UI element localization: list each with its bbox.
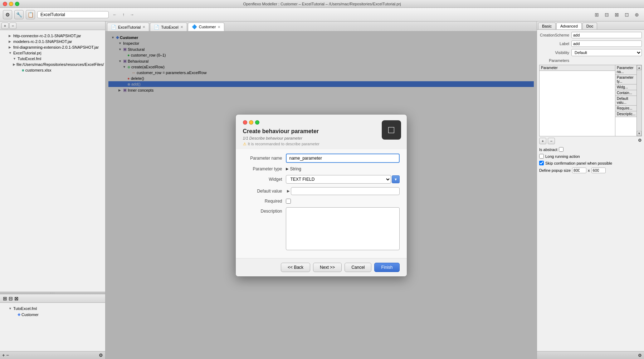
tree-item-http-connector[interactable]: ▶ http-connector-rc-2.0.1-SNAPSHOT.jar [3, 33, 102, 39]
toolbar-right-icons: ⊞ ⊟ ⊠ ⊡ ⊕ [592, 10, 641, 19]
tab-basic[interactable]: Basic [538, 23, 556, 29]
bottom-panel-icons: ⊞ ⊟ ⊠ [1, 294, 20, 303]
description-textarea[interactable] [286, 207, 400, 250]
tab-exceltutorial[interactable]: 📄 ExcelTutorial ✕ [107, 23, 149, 31]
add-param-button[interactable]: + [539, 138, 546, 144]
modal-close-button[interactable] [243, 120, 247, 125]
remove-button[interactable]: − [6, 353, 9, 358]
parameter-type-value: ▶ String [286, 166, 400, 171]
scroll-down-button[interactable]: ▼ [637, 131, 641, 136]
add-button[interactable]: + [2, 353, 5, 358]
app-icon-3[interactable]: 📋 [26, 10, 35, 19]
remove-param-button[interactable]: − [548, 138, 555, 144]
cancel-button[interactable]: Cancel [345, 263, 371, 272]
nav-back-button[interactable]: ← [111, 11, 119, 19]
toolbar-icon-2[interactable]: ⊟ [602, 10, 611, 19]
skip-confirmation-checkbox[interactable] [539, 161, 544, 165]
modal-traffic-lights[interactable] [243, 120, 400, 125]
toolbar-icon-5[interactable]: ⊕ [633, 10, 641, 19]
expand-arrow: ▼ [9, 51, 12, 55]
nav-buttons[interactable]: ← ↑ → [111, 11, 136, 19]
popup-width-input[interactable] [572, 168, 586, 173]
left-panel-toolbar: + − [0, 21, 105, 30]
skip-confirmation-label: Skip confirmation panel when possible [545, 161, 612, 165]
add-item-button[interactable]: + [1, 23, 9, 29]
app-body: + − ▶ http-connector-rc-2.0.1-SNAPSHOT.j… [0, 21, 644, 359]
close-button[interactable] [3, 2, 7, 6]
maximize-button[interactable] [15, 2, 19, 6]
tree-item-exceltutorial-prj[interactable]: ▼ ExcelTutorial.prj [3, 50, 102, 56]
tab-close-customer[interactable]: ✕ [218, 25, 220, 29]
path-display[interactable]: ExcelTutorial [37, 11, 109, 18]
expand-arrow: ▶ [9, 34, 12, 38]
col-param-name: Parameter na... [615, 65, 636, 75]
required-row: Required [243, 199, 400, 204]
nav-up-button[interactable]: ↑ [119, 11, 127, 19]
bottom-tree-customer[interactable]: ◆ Customer [3, 311, 102, 317]
tab-close-exceltutorial[interactable]: ✕ [142, 25, 145, 29]
app-icon-2[interactable]: 🔧 [14, 10, 24, 19]
modal-overlay: Create behaviour parameter 1/1 Describe … [106, 31, 537, 359]
type-value: String [290, 166, 301, 171]
settings-button[interactable]: ⚙ [99, 353, 103, 358]
scroll-up-button[interactable]: ▲ [637, 65, 641, 70]
title-bar: Openflexo Modeller : Customer – ExcelTut… [0, 0, 644, 8]
app-icon-1[interactable]: ⚙ [3, 10, 12, 19]
is-abstract-checkbox[interactable] [559, 147, 564, 152]
toolbar-icon-4[interactable]: ⊡ [623, 10, 631, 19]
window-controls[interactable] [3, 2, 19, 6]
col-description: Descriptic... [615, 111, 636, 117]
visibility-row: Visibility Default [539, 49, 642, 56]
label-row: Label add [539, 40, 642, 47]
type-arrow[interactable]: ▶ [286, 167, 289, 171]
toolbar-icon-3[interactable]: ⊠ [613, 10, 621, 19]
modal-minimize-button[interactable] [249, 120, 253, 125]
tree-item-customers-xlsx[interactable]: ■ customers.xlsx [3, 67, 102, 73]
tree-item-modelers[interactable]: ▶ modelers-rc-2.0.1-SNAPSHOT.jar [3, 39, 102, 44]
next-button[interactable]: Next >> [313, 263, 342, 272]
warning-icon: ⚠ [243, 142, 247, 146]
play-button[interactable]: ▶ [286, 189, 291, 194]
tree-item-tutoexcel-fml[interactable]: ▼ TutoExcel.fml [3, 56, 102, 62]
tab-close-tutoexcel[interactable]: ✕ [180, 25, 183, 29]
tab-doc[interactable]: Doc [582, 23, 597, 29]
right-panel: Basic Advanced Doc CreationScheme add La… [537, 21, 644, 359]
params-scrollbar: ▲ ▼ [636, 65, 641, 136]
tab-advanced[interactable]: Advanced [556, 23, 582, 29]
minimize-button[interactable] [9, 2, 13, 6]
modal-maximize-button[interactable] [255, 120, 259, 125]
grid-icon-2[interactable]: ⊟ [9, 296, 13, 301]
back-button[interactable]: << Back [281, 263, 310, 272]
tree-item-fml[interactable]: ▶ fml-diagramming-extension-2.0.1-SNAPSH… [3, 44, 102, 50]
long-running-checkbox[interactable] [539, 154, 544, 159]
grid-icon-3[interactable]: ⊠ [14, 296, 19, 301]
widget-select[interactable]: TEXT FIELD [286, 175, 391, 184]
parameter-name-row: Parameter name [243, 154, 400, 163]
finish-button[interactable]: Finish [374, 263, 399, 272]
grid-icon-1[interactable]: ⊞ [3, 296, 7, 301]
nav-forward-button[interactable]: → [128, 11, 136, 19]
popup-height-input[interactable] [591, 168, 606, 173]
toolbar-icon-1[interactable]: ⊞ [592, 10, 601, 19]
default-value-label: Default value [243, 189, 286, 194]
parameter-name-input[interactable] [286, 154, 400, 163]
creation-scheme-label: CreationScheme [539, 33, 571, 37]
tab-tutoexcel[interactable]: 📄 TutoExcel ✕ [150, 23, 187, 31]
visibility-select[interactable]: Default [571, 49, 642, 56]
expand-arrow: ▶ [13, 63, 15, 66]
tree-item-label: file:/Users/mac/Repositories/resources/E… [16, 62, 104, 67]
main-toolbar: ⚙ 🔧 📋 ExcelTutorial ← ↑ → ⊞ ⊟ ⊠ ⊡ ⊕ [0, 8, 644, 21]
tree-item-file-path[interactable]: ▶ file:/Users/mac/Repositories/resources… [3, 62, 102, 67]
parameter-type-row: Parameter type ▶ String [243, 166, 400, 171]
left-panel-add-remove: + − [2, 353, 9, 358]
settings-icon[interactable]: ⚙ [638, 138, 642, 144]
tab-customer[interactable]: 🔷 Customer ✕ [188, 23, 225, 31]
bottom-tree-tutoexcel[interactable]: ▼ TutoExcel.fml [3, 306, 102, 311]
right-panel-settings-icon[interactable]: ⚙ [638, 353, 642, 358]
remove-item-button[interactable]: − [9, 23, 16, 29]
tree-item-label: TutoExcel.fml [13, 306, 37, 311]
required-checkbox[interactable] [286, 199, 291, 204]
popup-size-row: Define popup size x [539, 168, 642, 173]
default-value-input[interactable] [291, 187, 400, 195]
widget-select-button[interactable]: ▾ [392, 175, 400, 183]
